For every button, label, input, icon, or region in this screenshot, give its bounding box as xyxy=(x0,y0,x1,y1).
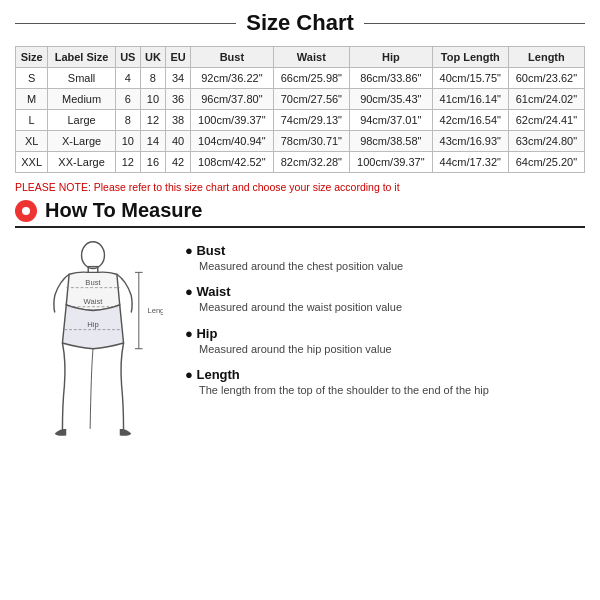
table-cell: M xyxy=(16,89,48,110)
measurements-list: BustMeasured around the chest position v… xyxy=(185,238,585,448)
table-cell: 40cm/15.75" xyxy=(432,68,508,89)
title-line-right xyxy=(364,23,585,24)
table-cell: 96cm/37.80" xyxy=(190,89,273,110)
table-cell: 61cm/24.02" xyxy=(508,89,584,110)
table-cell: 70cm/27.56" xyxy=(273,89,349,110)
table-cell: 6 xyxy=(115,89,140,110)
measurement-item: BustMeasured around the chest position v… xyxy=(185,243,585,274)
table-row: XXLXX-Large121642108cm/42.52"82cm/32.28"… xyxy=(16,152,585,173)
title-section: Size Chart xyxy=(15,10,585,36)
table-cell: 12 xyxy=(140,110,165,131)
page-container: Size Chart SizeLabel SizeUSUKEUBustWaist… xyxy=(0,0,600,600)
table-cell: 94cm/37.01" xyxy=(349,110,432,131)
note-text: PLEASE NOTE: Please refer to this size c… xyxy=(15,181,585,193)
table-cell: 86cm/33.86" xyxy=(349,68,432,89)
table-cell: 4 xyxy=(115,68,140,89)
table-header-cell: UK xyxy=(140,47,165,68)
table-cell: 43cm/16.93" xyxy=(432,131,508,152)
table-cell: 14 xyxy=(140,131,165,152)
table-cell: 40 xyxy=(166,131,191,152)
table-cell: 92cm/36.22" xyxy=(190,68,273,89)
title-line-left xyxy=(15,23,236,24)
table-cell: 10 xyxy=(115,131,140,152)
table-cell: 66cm/25.98" xyxy=(273,68,349,89)
measurement-desc: The length from the top of the shoulder … xyxy=(185,383,585,398)
svg-text:Waist: Waist xyxy=(83,297,103,306)
svg-text:Hip: Hip xyxy=(87,320,98,329)
table-cell: 10 xyxy=(140,89,165,110)
svg-point-0 xyxy=(81,242,104,269)
table-cell: 41cm/16.14" xyxy=(432,89,508,110)
table-row: MMedium6103696cm/37.80"70cm/27.56"90cm/3… xyxy=(16,89,585,110)
table-cell: 82cm/32.28" xyxy=(273,152,349,173)
table-header-cell: Hip xyxy=(349,47,432,68)
table-cell: 42cm/16.54" xyxy=(432,110,508,131)
table-cell: Small xyxy=(48,68,116,89)
measurement-item: LengthThe length from the top of the sho… xyxy=(185,367,585,398)
table-header-cell: Top Length xyxy=(432,47,508,68)
measurement-desc: Measured around the waist position value xyxy=(185,300,585,315)
measurement-desc: Measured around the chest position value xyxy=(185,259,585,274)
table-cell: 42 xyxy=(166,152,191,173)
table-cell: XL xyxy=(16,131,48,152)
svg-text:Bust: Bust xyxy=(85,278,101,287)
table-header-cell: Label Size xyxy=(48,47,116,68)
table-cell: 63cm/24.80" xyxy=(508,131,584,152)
table-cell: 98cm/38.58" xyxy=(349,131,432,152)
table-cell: S xyxy=(16,68,48,89)
table-cell: 8 xyxy=(140,68,165,89)
table-body: SSmall483492cm/36.22"66cm/25.98"86cm/33.… xyxy=(16,68,585,173)
table-cell: 108cm/42.52" xyxy=(190,152,273,173)
measurement-title: Bust xyxy=(185,243,585,258)
table-header-cell: Waist xyxy=(273,47,349,68)
size-chart-table: SizeLabel SizeUSUKEUBustWaistHipTop Leng… xyxy=(15,46,585,173)
table-cell: 12 xyxy=(115,152,140,173)
how-to-measure-header: How To Measure xyxy=(15,199,585,228)
table-cell: 34 xyxy=(166,68,191,89)
measurement-title: Length xyxy=(185,367,585,382)
table-row: XLX-Large101440104cm/40.94"78cm/30.71"98… xyxy=(16,131,585,152)
table-cell: 44cm/17.32" xyxy=(432,152,508,173)
table-cell: 100cm/39.37" xyxy=(190,110,273,131)
circle-icon-inner xyxy=(22,207,30,215)
table-cell: 104cm/40.94" xyxy=(190,131,273,152)
table-cell: 62cm/24.41" xyxy=(508,110,584,131)
table-cell: XXL xyxy=(16,152,48,173)
table-row: LLarge81238100cm/39.37"74cm/29.13"94cm/3… xyxy=(16,110,585,131)
table-cell: 78cm/30.71" xyxy=(273,131,349,152)
table-header-cell: EU xyxy=(166,47,191,68)
table-cell: X-Large xyxy=(48,131,116,152)
table-cell: XX-Large xyxy=(48,152,116,173)
how-to-measure-title: How To Measure xyxy=(45,199,202,222)
table-header-cell: Bust xyxy=(190,47,273,68)
table-row: SSmall483492cm/36.22"66cm/25.98"86cm/33.… xyxy=(16,68,585,89)
table-cell: Medium xyxy=(48,89,116,110)
table-header-cell: US xyxy=(115,47,140,68)
table-cell: 64cm/25.20" xyxy=(508,152,584,173)
figure-area: Bust Waist Hip Length xyxy=(15,238,170,448)
table-cell: 36 xyxy=(166,89,191,110)
table-cell: 38 xyxy=(166,110,191,131)
table-cell: 60cm/23.62" xyxy=(508,68,584,89)
svg-text:Length: Length xyxy=(147,306,163,315)
table-cell: L xyxy=(16,110,48,131)
circle-icon xyxy=(15,200,37,222)
measurement-item: WaistMeasured around the waist position … xyxy=(185,284,585,315)
table-cell: Large xyxy=(48,110,116,131)
table-header-row: SizeLabel SizeUSUKEUBustWaistHipTop Leng… xyxy=(16,47,585,68)
table-cell: 90cm/35.43" xyxy=(349,89,432,110)
table-header-cell: Length xyxy=(508,47,584,68)
table-cell: 100cm/39.37" xyxy=(349,152,432,173)
table-cell: 8 xyxy=(115,110,140,131)
table-header-cell: Size xyxy=(16,47,48,68)
measurement-title: Waist xyxy=(185,284,585,299)
measurement-item: HipMeasured around the hip position valu… xyxy=(185,326,585,357)
page-title: Size Chart xyxy=(246,10,354,36)
table-cell: 74cm/29.13" xyxy=(273,110,349,131)
how-to-measure-content: Bust Waist Hip Length BustMeasured aroun… xyxy=(15,238,585,448)
body-figure: Bust Waist Hip Length xyxy=(23,238,163,448)
table-header: SizeLabel SizeUSUKEUBustWaistHipTop Leng… xyxy=(16,47,585,68)
measurement-desc: Measured around the hip position value xyxy=(185,342,585,357)
table-cell: 16 xyxy=(140,152,165,173)
measurement-title: Hip xyxy=(185,326,585,341)
